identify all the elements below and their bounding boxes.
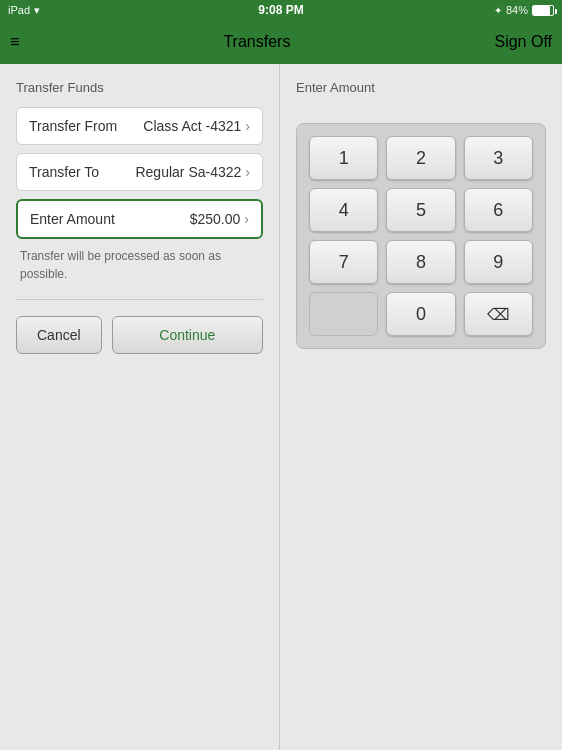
transfer-from-row[interactable]: Transfer From Class Act -4321 › [16,107,263,145]
transfer-to-row[interactable]: Transfer To Regular Sa-4322 › [16,153,263,191]
battery-label: 84% [506,4,528,16]
enter-amount-row[interactable]: Enter Amount $250.00 › [16,199,263,239]
transfer-to-value: Regular Sa-4322 › [135,164,250,180]
numpad-key-3[interactable]: 3 [464,136,533,180]
numpad-key-9[interactable]: 9 [464,240,533,284]
enter-amount-title: Enter Amount [296,80,546,95]
numpad-key-8[interactable]: 8 [386,240,455,284]
transfer-from-value: Class Act -4321 › [143,118,250,134]
transfer-funds-title: Transfer Funds [16,80,263,95]
divider [16,299,263,300]
numpad-backspace[interactable]: ⌫ [464,292,533,336]
status-left: iPad ▾ [8,4,40,17]
continue-button[interactable]: Continue [112,316,263,354]
bluetooth-icon: ✦ [494,5,502,16]
enter-amount-label: Enter Amount [30,211,115,227]
transfer-to-chevron: › [245,164,250,180]
menu-icon[interactable]: ≡ [10,33,19,51]
numpad-container: 1234567890⌫ [296,123,546,349]
device-label: iPad [8,4,30,16]
time-label: 9:08 PM [258,3,303,17]
transfer-from-chevron: › [245,118,250,134]
right-panel: Enter Amount 1234567890⌫ [280,64,562,750]
numpad-empty [309,292,378,336]
numpad-grid: 1234567890⌫ [309,136,533,336]
numpad-key-4[interactable]: 4 [309,188,378,232]
left-panel: Transfer Funds Transfer From Class Act -… [0,64,280,750]
battery-icon [532,5,554,16]
status-bar: iPad ▾ 9:08 PM ✦ 84% [0,0,562,20]
numpad-key-2[interactable]: 2 [386,136,455,180]
main-content: Transfer Funds Transfer From Class Act -… [0,64,562,750]
sign-off-button[interactable]: Sign Off [494,33,552,51]
transfer-from-label: Transfer From [29,118,117,134]
cancel-button[interactable]: Cancel [16,316,102,354]
enter-amount-chevron: › [244,211,249,227]
button-row: Cancel Continue [16,316,263,354]
status-right: ✦ 84% [494,4,554,16]
numpad-key-5[interactable]: 5 [386,188,455,232]
transfer-to-label: Transfer To [29,164,99,180]
enter-amount-value: $250.00 › [190,211,249,227]
numpad-key-0[interactable]: 0 [386,292,455,336]
wifi-icon: ▾ [34,4,40,17]
numpad-key-7[interactable]: 7 [309,240,378,284]
page-title: Transfers [223,33,290,51]
numpad-key-1[interactable]: 1 [309,136,378,180]
info-text: Transfer will be processed as soon as po… [16,247,263,283]
numpad-key-6[interactable]: 6 [464,188,533,232]
nav-bar: ≡ Transfers Sign Off [0,20,562,64]
